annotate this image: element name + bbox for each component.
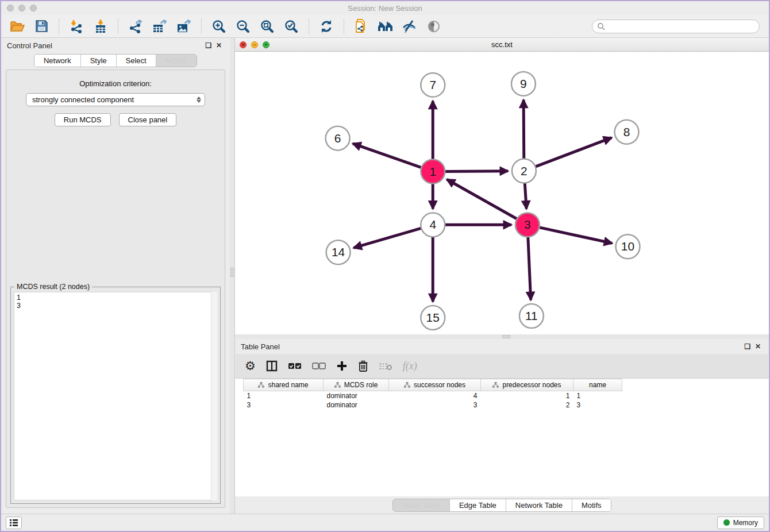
destroy-table-icon	[379, 361, 392, 371]
search-field[interactable]	[592, 20, 760, 33]
delete-column-button[interactable]	[358, 358, 368, 373]
graph-edge-2-9[interactable]	[523, 100, 524, 160]
table-panel: Table Panel ❑ ✕ ⚙	[234, 339, 769, 514]
float-panel-icon[interactable]: ❑	[203, 40, 214, 51]
graph-edge-2-8[interactable]	[534, 138, 612, 167]
tab-edge-table[interactable]: Edge Table	[450, 499, 506, 511]
plus-icon	[336, 360, 348, 372]
mcds-result-text[interactable]: 1 3	[14, 292, 217, 500]
function-builder-button[interactable]: f(x)	[403, 358, 417, 373]
graph-node-label-8: 8	[623, 125, 630, 138]
mcds-result-group: MCDS result (2 nodes) 1 3	[10, 287, 221, 504]
zoom-fit-button[interactable]	[257, 17, 278, 36]
column-header-mcds-role[interactable]: MCDS role	[324, 379, 389, 391]
mcds-tab-content: Optimization criterion: strongly connect…	[6, 70, 225, 508]
window-title: Session: New Session	[1, 4, 769, 13]
cell-predecessor-nodes[interactable]: 2	[481, 400, 573, 410]
task-history-button[interactable]	[6, 516, 22, 529]
cell-name[interactable]: 3	[573, 400, 622, 410]
eye-icon	[426, 19, 441, 34]
close-panel-icon[interactable]: ✕	[753, 341, 763, 352]
zoom-fit-icon	[260, 19, 275, 34]
refresh-button[interactable]	[316, 17, 337, 36]
tab-network[interactable]: Network	[34, 55, 81, 67]
graph-node-label-6: 6	[334, 132, 341, 145]
add-column-button[interactable]	[336, 358, 348, 373]
graph-edge-4-14[interactable]	[353, 228, 422, 248]
hide-details-button[interactable]	[399, 17, 420, 36]
cell-shared-name[interactable]: 1	[244, 391, 324, 400]
tab-node-table[interactable]: Node Table	[393, 499, 450, 511]
criterion-dropdown[interactable]: strongly connected component	[26, 93, 205, 106]
close-panel-button[interactable]: Close panel	[119, 113, 177, 126]
column-header-shared-name[interactable]: shared name	[244, 379, 324, 391]
network-canvas[interactable]: 7968124314101511	[235, 52, 769, 334]
zoom-selected-button[interactable]	[281, 17, 302, 36]
search-icon	[597, 22, 605, 30]
split-column-button[interactable]	[266, 358, 278, 373]
graph-edge-3-1[interactable]	[447, 179, 518, 219]
network-view-window: ✕ − + scc.txt 7968124314101511	[234, 38, 769, 339]
toolbar-separator	[201, 19, 202, 34]
unselect-all-button[interactable]	[312, 358, 326, 373]
hierarchy-icon	[492, 382, 499, 388]
copy-network-button[interactable]	[351, 17, 372, 36]
show-details-button[interactable]	[424, 17, 444, 36]
export-table-button[interactable]	[149, 17, 170, 36]
split-column-icon	[266, 360, 278, 372]
horizontal-splitter[interactable]	[235, 334, 769, 339]
import-table-button[interactable]	[90, 17, 111, 36]
graph-node-label-7: 7	[429, 78, 436, 91]
vertical-splitter[interactable]	[230, 38, 234, 514]
splitter-grip[interactable]	[502, 335, 510, 338]
unselect-all-icon	[312, 363, 326, 370]
run-mcds-button[interactable]: Run MCDS	[55, 113, 111, 126]
control-panel: Control Panel ❑ ✕ Network Style Select M…	[1, 38, 230, 514]
import-table-icon	[93, 19, 108, 34]
graph-edge-3-10[interactable]	[538, 227, 612, 243]
cell-shared-name[interactable]: 3	[244, 400, 324, 410]
column-header-name[interactable]: name	[573, 379, 622, 391]
select-all-icon	[288, 363, 302, 370]
close-panel-icon[interactable]: ✕	[214, 40, 224, 51]
table-settings-button[interactable]: ⚙	[245, 358, 256, 373]
cell-name[interactable]: 1	[573, 391, 622, 400]
refresh-icon	[319, 19, 334, 34]
tab-select[interactable]: Select	[117, 55, 156, 67]
cell-mcds-role[interactable]: dominator	[324, 391, 389, 400]
list-icon	[9, 519, 18, 527]
result-scrollbar[interactable]	[211, 292, 217, 500]
graph-edge-2-3[interactable]	[525, 182, 526, 209]
tab-mcds[interactable]: MCDS	[156, 55, 197, 67]
export-network-button[interactable]	[125, 17, 146, 36]
graph-edge-1-6[interactable]	[353, 144, 422, 168]
zoom-in-button[interactable]	[209, 17, 229, 36]
home-layout-button[interactable]	[375, 17, 396, 36]
tab-network-table[interactable]: Network Table	[506, 499, 572, 511]
column-header-successor-nodes[interactable]: successor nodes	[389, 379, 481, 391]
select-all-button[interactable]	[288, 358, 302, 373]
graph-edge-1-2[interactable]	[444, 171, 508, 172]
splitter-grip[interactable]	[230, 268, 234, 277]
cell-successor-nodes[interactable]: 4	[389, 391, 481, 400]
tab-style[interactable]: Style	[81, 55, 117, 67]
export-table-icon	[152, 19, 168, 34]
save-session-button[interactable]	[31, 17, 52, 36]
cell-predecessor-nodes[interactable]: 1	[481, 391, 573, 400]
tab-motifs[interactable]: Motifs	[572, 499, 611, 511]
float-panel-icon[interactable]: ❑	[742, 341, 753, 352]
memory-button[interactable]: Memory	[717, 516, 764, 529]
table-row[interactable]: 3 dominator 3 2 3	[244, 400, 622, 410]
open-file-button[interactable]	[7, 17, 28, 36]
graph-edge-3-11[interactable]	[528, 236, 531, 300]
export-image-button[interactable]	[174, 17, 194, 36]
column-header-predecessor-nodes[interactable]: predecessor nodes	[481, 379, 573, 391]
zoom-out-button[interactable]	[233, 17, 253, 36]
cell-successor-nodes[interactable]: 3	[389, 400, 481, 410]
search-input[interactable]	[609, 22, 754, 30]
import-network-button[interactable]	[66, 17, 87, 36]
table-row[interactable]: 1 dominator 4 1 1	[244, 391, 622, 400]
destroy-table-button[interactable]	[379, 358, 392, 373]
cell-mcds-role[interactable]: dominator	[324, 400, 389, 410]
zoom-in-icon	[211, 19, 226, 34]
